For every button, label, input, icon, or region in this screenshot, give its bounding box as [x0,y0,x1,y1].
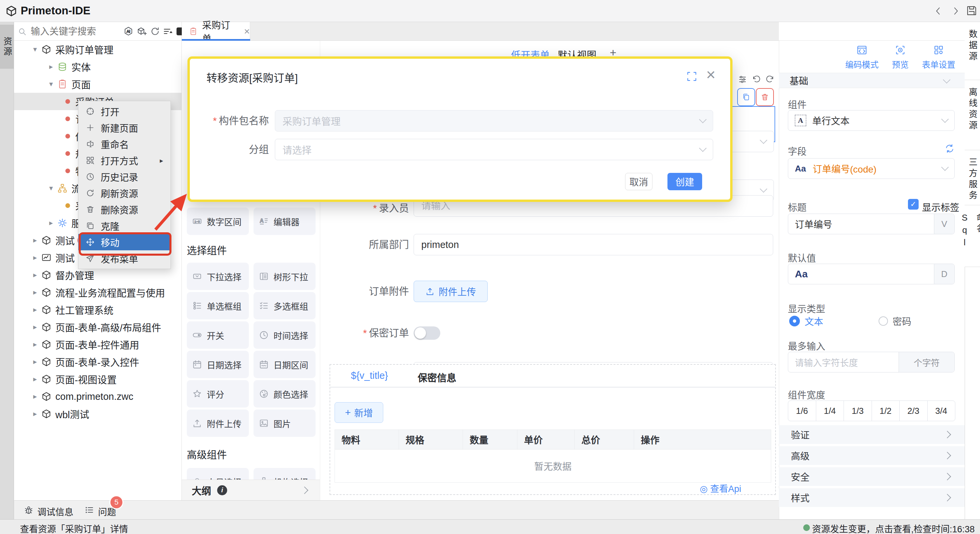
menu-item-open[interactable]: 打开 [78,103,170,120]
outline-bar[interactable]: 大纲 i [182,480,320,500]
menu-item-open-with[interactable]: 打开方式▸ [78,152,170,169]
forward-icon[interactable] [951,6,961,16]
default-value-input[interactable]: Aa D [788,264,955,284]
palette-item-tree-select[interactable]: 树形下拉 [253,263,315,290]
col-header[interactable]: 总价 [575,430,634,450]
modal-group-select[interactable]: 请选择 [275,139,713,160]
chevron-right-icon[interactable]: ▸ [29,357,41,366]
col-header[interactable]: 操作 [634,430,771,450]
modal-package-select[interactable]: 采购订单管理 [275,110,713,131]
chevron-right-icon[interactable]: ▸ [45,218,57,227]
rail-tab-resources[interactable]: 资源 [0,25,14,69]
field-select[interactable]: Aa 订单编号(code) [788,158,955,179]
chevron-right-icon[interactable]: ▸ [29,375,41,384]
width-option[interactable]: 1/4 [816,401,844,421]
tree-item-package[interactable]: ▸社工管理系统 [14,301,181,319]
section-basic-header[interactable]: 基础 [779,73,965,88]
palette-item-date-picker[interactable]: 日期选择 [187,351,249,378]
chevron-down-icon[interactable]: ▾ [45,184,57,193]
redo-icon[interactable] [765,75,775,84]
col-header[interactable]: 物料 [335,430,399,450]
col-header[interactable]: 单价 [517,430,575,450]
debug-icon[interactable] [24,505,33,515]
tree-item-package[interactable]: ▸com.primeton.zwc [14,388,181,405]
tab-purchase-order[interactable]: 采购订单 × [182,22,250,41]
chevron-down-icon[interactable]: ▾ [45,80,57,88]
attachment-upload-button[interactable]: 附件上传 [414,281,488,302]
form-settings-button[interactable]: 表单设置 [920,45,957,70]
section-advanced[interactable]: 高级 [779,446,965,465]
tree-item-package[interactable]: ▸流程-业务流程配置与使用 [14,284,181,301]
palette-item-switch[interactable]: 开关 [187,321,249,349]
palette-item-time-picker[interactable]: 时间选择 [253,321,315,349]
width-option[interactable]: 3/4 [928,401,955,421]
tree-item-package[interactable]: ▸页面-表单-高级/布局组件 [14,319,181,336]
modal-create-button[interactable]: 创建 [667,173,702,190]
chevron-right-icon[interactable]: ▸ [29,271,41,279]
width-option[interactable]: 2/3 [900,401,928,421]
ai-assist-icon[interactable] [123,26,134,37]
palette-item-image[interactable]: 图片 [253,410,315,437]
section-security[interactable]: 安全 [779,467,965,486]
chevron-right-icon[interactable]: ▸ [29,323,41,332]
new-component-icon[interactable] [137,26,147,37]
refresh-tree-icon[interactable] [150,26,160,37]
status-right-text[interactable]: 资源发生变更，点击查看,检查时间:16:38 [812,522,975,534]
palette-item-upload[interactable]: 附件上传 [187,410,249,437]
chevron-right-icon[interactable]: ▸ [29,288,41,297]
close-icon[interactable]: × [706,65,716,84]
radio-password-label[interactable]: 密码 [892,314,911,328]
preview-button[interactable]: 预览 [889,45,911,70]
field-refresh-icon[interactable] [945,143,955,153]
show-label-checkbox[interactable]: ✓ [908,199,919,210]
chevron-down-icon[interactable]: ▾ [29,45,41,54]
view-api-link[interactable]: ◎ 查看Api [700,481,741,495]
tree-item-pages[interactable]: ▾页面 [14,75,181,93]
chevron-right-icon[interactable]: ▸ [29,340,41,349]
tree-item-package[interactable]: ▾采购订单管理 [14,41,181,58]
search-input[interactable] [30,26,118,38]
title-input[interactable]: 订单编号 V [788,214,955,234]
tree-item-package[interactable]: ▸页面-表单-控件通用 [14,336,181,353]
debug-label[interactable]: 调试信息 [37,505,73,518]
rail-tab-third-party-services[interactable]: 三方服务 [965,150,980,205]
radio-password[interactable] [878,316,888,326]
copy-component-button[interactable] [737,88,755,106]
chevron-right-icon[interactable]: ▸ [29,305,41,314]
secret-order-toggle[interactable] [414,327,440,340]
chevron-right-icon[interactable]: ▸ [29,236,41,245]
section-style[interactable]: 样式 [779,488,965,507]
tree-item-package[interactable]: ▸页面-表单-录入控件 [14,353,181,370]
delete-component-button[interactable] [756,88,774,106]
chevron-right-icon[interactable]: ▸ [29,253,41,262]
width-option[interactable]: 1/3 [844,401,872,421]
rail-tab-datasource[interactable]: 数据源 [965,22,980,80]
max-input-field[interactable]: 请输入字符长度 个字符 [788,352,955,373]
palette-item-date-range[interactable]: 日期区间 [253,351,315,378]
menu-item-new-page[interactable]: 新建页面 [78,120,170,136]
radio-text-selected[interactable] [789,316,800,327]
palette-item-checkbox-group[interactable]: 多选框组 [253,292,315,319]
width-option[interactable]: 1/6 [788,401,816,421]
code-mode-button[interactable]: 编码模式 [843,45,881,70]
section-validation[interactable]: 验证 [779,425,965,444]
save-icon[interactable] [966,5,977,16]
chevron-right-icon[interactable]: ▸ [29,410,41,418]
canvas-list-settings-icon[interactable] [738,75,747,84]
default-dynamic-button[interactable]: D [934,264,954,284]
rail-tab-offline-resources[interactable]: 离线资源 [965,80,980,150]
fullscreen-icon[interactable] [686,71,697,82]
palette-item-color-picker[interactable]: 颜色选择 [253,380,315,408]
radio-text-label[interactable]: 文本 [805,314,823,328]
width-option[interactable]: 1/2 [872,401,900,421]
tree-item-entity[interactable]: ▸实体 [14,58,181,75]
palette-item-radio-group[interactable]: 单选框组 [187,292,249,319]
component-select[interactable]: A 单行文本 [788,110,955,131]
col-header[interactable]: 数量 [463,430,517,450]
tab-close-icon[interactable]: × [244,26,250,37]
subform-add-button[interactable]: +新增 [334,402,383,423]
chevron-right-icon[interactable]: ▸ [29,392,41,401]
tree-item-package[interactable]: ▸页面-视图设置 [14,370,181,388]
department-input[interactable] [414,234,773,255]
tree-item-package[interactable]: ▸wbl测试 [14,405,181,422]
